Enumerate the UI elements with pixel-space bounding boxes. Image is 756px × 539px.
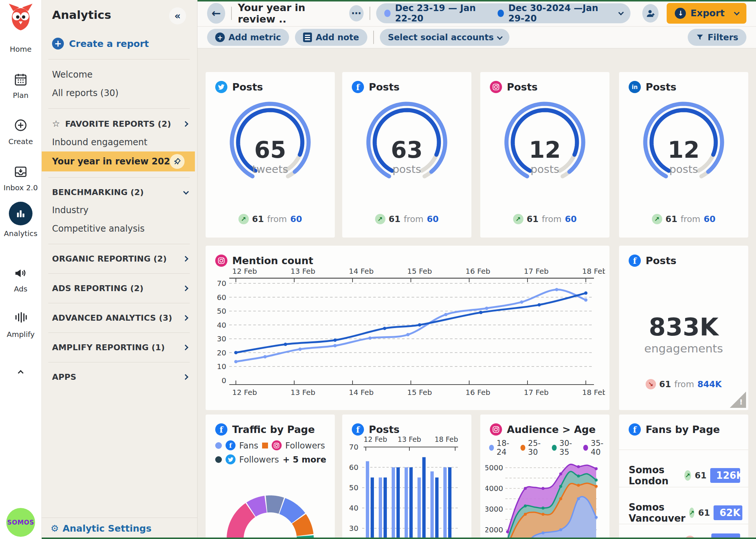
engagements-unit: engagements [619,342,748,355]
svg-text:70: 70 [349,443,358,451]
divider [370,7,370,20]
inbox-icon[interactable] [14,165,28,179]
back-button[interactable]: ← [207,3,225,24]
export-button[interactable]: ↓ Export [667,3,746,24]
fans-row-somos-london[interactable]: Somos London ↗ 61 126K [629,464,740,487]
fans-row-somos-vancouver[interactable]: Somos Vancouver ↗ 61 62K [629,502,740,524]
previous-value-link[interactable]: 60 [290,214,302,224]
resize-warning-handle[interactable]: ! [730,392,746,408]
svg-text:50: 50 [349,483,358,492]
range-dot-light [384,10,391,17]
section-advanced-analytics[interactable]: ADVANCED ANALYTICS (3) [42,309,197,327]
gauge-value: 12 [495,139,595,161]
trend-down-icon: ↘ [646,379,656,389]
analytics-icon-active[interactable] [9,202,32,225]
filters-button[interactable]: Filters [688,29,746,46]
traffic-by-page-card[interactable]: f Traffic by Page f Fans Followers Follo… [206,415,335,539]
section-benchmarking[interactable]: BENCHMARKING (2) [42,184,197,201]
card-title: Posts [232,81,263,93]
section-organic-reporting[interactable]: ORGANIC REPORTING (2) [42,250,197,267]
svg-text:14 Feb: 14 Feb [349,388,374,397]
date-range-2: Dec 30-2024 —Jan 29-20 [508,3,614,24]
instagram-icon [490,81,502,93]
legend-dot-25-30 [520,445,525,451]
section-ads-reporting[interactable]: ADS REPORTING (2) [42,280,197,297]
date-range-selector[interactable]: Dec 23-19 — Jan 22-20 Dec 30-2024 —Jan 2… [376,3,631,23]
trend-up-icon: ↗ [513,214,523,224]
trend-up-icon: ↗ [684,470,691,481]
section-favorite-reports[interactable]: ☆ FAVORITE REPORTS (2) [42,115,197,133]
rail-item-analytics[interactable]: Analytics [0,229,41,238]
traffic-legend-row-1: f Fans Followers [215,440,325,450]
fans-by-page-card[interactable]: f Fans by Page Somos London ↗ 61 126K So… [619,415,748,539]
rail-item-home[interactable]: Home [0,45,41,54]
select-social-accounts-button[interactable]: Select social accounts [380,29,510,46]
gauge-card-facebook-posts[interactable]: f Posts 63 posts ↗ 61from 60 [342,72,471,238]
legend-square-orange [262,443,268,448]
add-note-button[interactable]: Add note [295,29,367,46]
svg-text:16 Feb: 16 Feb [465,388,490,397]
avatar[interactable]: SOMOS [6,508,35,537]
analytic-settings-button[interactable]: ⚙ Analytic Settings [42,518,197,539]
plus-circle-icon[interactable] [14,118,28,132]
audience-age-card[interactable]: Audience > Age 18-24 25-30 30-35 35-40 5… [480,415,609,539]
svg-text:14 Feb: 14 Feb [349,267,374,276]
delta-row: ↘ 61from 844K [619,379,748,389]
gauge-unit: posts [357,163,457,175]
megaphone-icon[interactable] [13,266,28,280]
engagements-card[interactable]: f Posts 833K engagements ↘ 61from 844K ! [619,246,748,410]
instagram-icon [490,423,502,436]
sidebar-item-industry[interactable]: Industry [42,201,197,219]
previous-value-link[interactable]: 844K [697,379,722,389]
sidebar-item-all-reports[interactable]: All reports (30) [42,84,197,102]
chevron-right-icon [183,315,189,321]
trend-up-icon: ↗ [238,214,249,224]
section-apps[interactable]: APPS [42,368,197,386]
svg-text:13 Feb: 13 Feb [291,388,315,397]
pin-icon[interactable] [170,154,185,169]
svg-text:18 Feb: 18 Feb [582,267,605,276]
chevron-up-icon[interactable] [19,369,23,376]
previous-value-link[interactable]: 60 [427,214,439,224]
report-canvas: Posts 65 tweets ↗ 61from 60 f Posts 63 p… [197,48,756,539]
trend-up-icon: ↗ [652,214,662,224]
mention-count-chart: 12 Feb12 Feb13 Feb13 Feb14 Feb14 Feb15 F… [210,267,605,407]
delta-row: ↗ 61from 60 [619,214,748,224]
gauge-card-twitter-posts[interactable]: Posts 65 tweets ↗ 61from 60 [206,72,335,238]
rail-item-create[interactable]: Create [0,137,41,146]
section-amplify-reporting[interactable]: AMPLIFY REPORTING (1) [42,339,197,356]
amplify-bars-icon[interactable] [14,310,28,324]
calendar-icon[interactable] [14,72,28,86]
sidebar-item-inbound-engagement[interactable]: Inbound engagement [42,133,197,151]
date-range-1: Dec 23-19 — Jan 22-20 [395,3,493,24]
traffic-donut-chart [206,466,335,539]
previous-value-link[interactable]: 60 [704,214,715,224]
divider [619,450,748,450]
sidebar-item-competitive-analysis[interactable]: Competitive analysis [42,219,197,238]
rail-item-plan[interactable]: Plan [0,91,41,100]
previous-value-link[interactable]: 60 [565,214,577,224]
add-metric-button[interactable]: + Add metric [207,29,289,46]
posts-bar-card[interactable]: f Posts 70605040302012 Feb13 Feb18 Feb [342,415,471,539]
divider [48,177,190,178]
sidebar-collapse-button[interactable]: « [169,7,186,24]
card-title: Audience > Age [507,424,596,435]
sidebar-item-year-in-review-active[interactable]: Your year in review 2024 [42,151,195,171]
gauge-card-instagram-posts[interactable]: Posts 12 posts ↗ 61from 60 [480,72,609,238]
sidebar-item-welcome[interactable]: Welcome [42,65,197,84]
gauge-card-linkedin-posts[interactable]: in Posts 12 posts ↗ 61from 60 [619,72,748,238]
card-title: Mention count [232,255,313,266]
gauge-value: 65 [220,139,320,161]
rail-item-ads[interactable]: Ads [0,284,41,293]
create-report-button[interactable]: + Create a report [42,34,197,53]
share-add-user-button[interactable] [642,4,659,23]
rail-item-inbox[interactable]: Inbox 2.0 [0,183,41,192]
main-content: ← Your year in review .. ⋯ Dec 23-19 — J… [197,0,756,539]
sidebar-analytics: Analytics « + Create a report Welcome Al… [42,0,197,539]
rail-item-amplify[interactable]: Amplify [0,330,41,339]
hootsuite-logo-icon[interactable] [8,3,33,30]
svg-text:17 Feb: 17 Feb [524,267,549,276]
mention-count-card[interactable]: Mention count 12 Feb12 Feb13 Feb13 Feb14… [206,246,609,410]
more-options-button[interactable]: ⋯ [349,5,364,21]
sidebar-title: Analytics [52,8,111,21]
